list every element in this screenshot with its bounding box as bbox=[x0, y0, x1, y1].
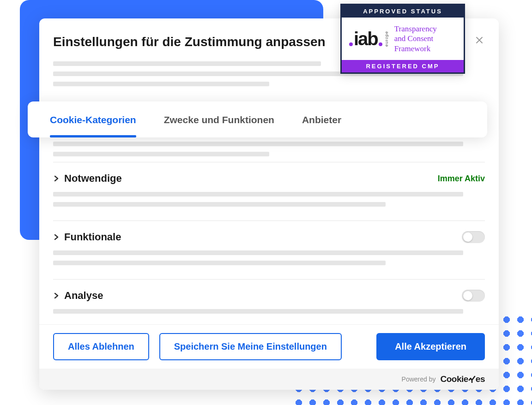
tab-label: Zwecke und Funktionen bbox=[164, 114, 274, 125]
iab-badge-bottom-label: REGISTERED CMP bbox=[342, 60, 464, 72]
close-icon bbox=[476, 36, 483, 44]
tabs-bar: Cookie-Kategorien Zwecke und Funktionen … bbox=[28, 101, 487, 137]
category-section-funktionale: Funktionale bbox=[53, 220, 485, 279]
always-active-label: Immer Aktiv bbox=[438, 174, 485, 184]
iab-logo-text: iab bbox=[354, 30, 378, 48]
category-section-analyse: Analyse bbox=[53, 279, 485, 322]
chevron-right-icon bbox=[53, 175, 60, 182]
tab-description-skeleton bbox=[53, 142, 485, 156]
toggle-knob bbox=[463, 232, 472, 242]
tab-label: Anbieter bbox=[302, 114, 341, 125]
iab-europe-label: europe bbox=[384, 31, 389, 47]
close-button[interactable] bbox=[474, 35, 485, 46]
consent-settings-modal: Einstellungen für die Zustimmung anpasse… bbox=[39, 18, 499, 390]
iab-tcf-line2: and Consent bbox=[394, 34, 437, 43]
iab-dot-icon bbox=[349, 42, 353, 46]
reject-all-button[interactable]: Alles Ablehnen bbox=[53, 333, 149, 360]
modal-footer: Alles Ablehnen Speichern Sie Meine Einst… bbox=[39, 324, 499, 369]
category-title: Funktionale bbox=[64, 231, 121, 243]
cookieyes-logo[interactable]: Cookiees bbox=[441, 374, 485, 384]
category-section-notwendige: Notwendige Immer Aktiv bbox=[53, 162, 485, 220]
iab-tcf-line1: Transparency bbox=[394, 24, 437, 34]
cookieyes-brand-part2: es bbox=[476, 374, 485, 384]
tab-vendors[interactable]: Anbieter bbox=[288, 101, 355, 137]
category-header[interactable]: Funktionale bbox=[53, 231, 485, 243]
checkmark-y-icon bbox=[468, 374, 476, 384]
tab-cookie-categories[interactable]: Cookie-Kategorien bbox=[36, 101, 150, 137]
cookieyes-brand-part1: Cookie bbox=[441, 374, 468, 384]
powered-by-prefix: Powered by bbox=[402, 375, 436, 383]
iab-logo-wrap: iab europe bbox=[349, 30, 389, 48]
iab-badge-middle: iab europe Transparency and Consent Fram… bbox=[342, 18, 464, 60]
content-area: Notwendige Immer Aktiv Funktionale bbox=[39, 142, 499, 324]
category-header[interactable]: Analyse bbox=[53, 290, 485, 302]
accept-all-button[interactable]: Alle Akzeptieren bbox=[376, 333, 485, 360]
save-settings-button[interactable]: Speichern Sie Meine Einstellungen bbox=[159, 333, 342, 360]
toggle-funktionale[interactable] bbox=[462, 231, 485, 243]
chevron-right-icon bbox=[53, 234, 60, 240]
powered-by-bar: Powered by Cookiees bbox=[39, 369, 499, 390]
iab-tcf-text: Transparency and Consent Framework bbox=[394, 24, 437, 54]
toggle-analyse[interactable] bbox=[462, 290, 485, 302]
category-title: Notwendige bbox=[64, 173, 122, 185]
tab-purposes-functions[interactable]: Zwecke und Funktionen bbox=[150, 101, 288, 137]
iab-tcf-line3: Framework bbox=[394, 44, 437, 54]
iab-approved-badge: APPROVED STATUS iab europe Transparency … bbox=[340, 4, 465, 74]
category-header[interactable]: Notwendige Immer Aktiv bbox=[53, 173, 485, 185]
chevron-right-icon bbox=[53, 292, 60, 299]
iab-dot-icon bbox=[379, 42, 382, 46]
category-title: Analyse bbox=[64, 290, 103, 302]
tab-label: Cookie-Kategorien bbox=[50, 114, 136, 125]
iab-badge-top-label: APPROVED STATUS bbox=[342, 5, 464, 18]
toggle-knob bbox=[463, 291, 472, 300]
